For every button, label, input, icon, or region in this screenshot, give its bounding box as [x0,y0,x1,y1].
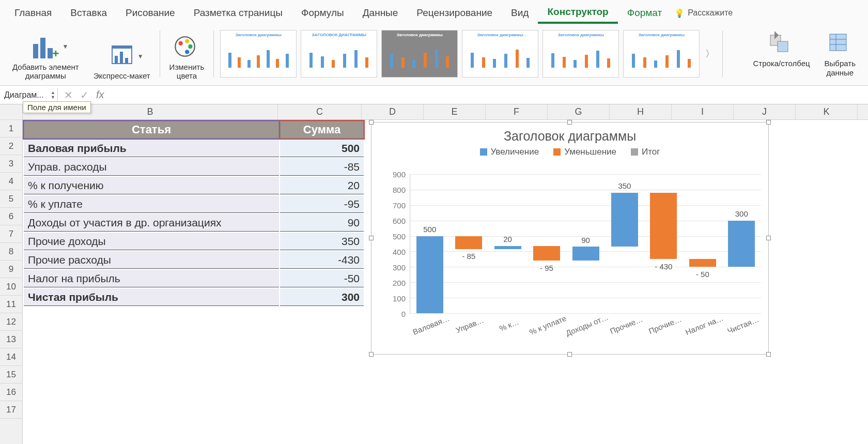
waterfall-bar[interactable] [611,193,638,247]
table-cell-label[interactable]: Налог на прибыль [24,270,279,287]
chart-legend[interactable]: Увеличение Уменьшение Итог [371,147,768,161]
tab-review[interactable]: Рецензирование [407,3,502,23]
select-data-button[interactable]: Выбрать данные [817,30,863,77]
switch-row-col-button[interactable]: Строка/столбец [746,30,817,68]
col-header[interactable]: K [796,104,858,119]
chart-style-1[interactable]: Заголовок диаграммы [220,30,297,78]
col-header[interactable]: I [672,104,734,119]
row-header[interactable]: 14 [0,348,22,366]
quick-layout-button[interactable]: ▼ Экспресс-макет [86,27,158,80]
name-box[interactable]: Диаграм... ▲▼ [0,88,58,102]
row-header[interactable]: 9 [0,261,22,278]
col-header[interactable]: G [548,104,610,119]
row-header[interactable]: 6 [0,208,22,225]
row-header[interactable]: 17 [0,401,22,419]
resize-handle[interactable] [369,120,374,125]
row-header[interactable]: 10 [0,278,22,296]
fx-button[interactable]: fx [96,89,104,101]
chart-style-2[interactable]: ЗАГОЛОВОК ДИАГРАММЫ [301,30,377,78]
tab-formulas[interactable]: Формулы [292,3,353,23]
table-cell-value[interactable]: -95 [280,195,364,213]
waterfall-bar[interactable] [572,247,599,261]
waterfall-bar[interactable] [416,236,443,313]
table-cell-label[interactable]: % к уплате [24,195,279,213]
resize-handle[interactable] [766,236,771,240]
waterfall-bar[interactable] [728,221,755,267]
row-header[interactable]: 13 [0,331,22,348]
accept-formula-button[interactable]: ✓ [80,89,89,101]
styles-more-button[interactable]: 〉 [704,38,716,69]
col-header[interactable]: C [278,104,362,119]
waterfall-bar[interactable] [455,236,482,249]
chart-style-5[interactable]: Заголовок диаграммы [542,30,619,78]
waterfall-bar[interactable] [650,193,677,259]
chart-style-4[interactable]: Заголовок диаграммы [462,30,538,78]
tab-view[interactable]: Вид [502,3,538,23]
table-cell-label[interactable]: Валовая прибыль [24,140,279,157]
resize-handle[interactable] [369,236,374,240]
table-cell-label[interactable]: % к получению [24,177,279,194]
waterfall-bar[interactable] [494,246,521,249]
table-cell-value[interactable]: 500 [280,140,364,157]
row-header[interactable]: 11 [0,296,22,313]
col-header[interactable]: E [424,104,486,119]
chart-style-3[interactable]: Заголовок диаграммы [381,30,458,78]
tell-me[interactable]: 💡 Расскажите [674,8,733,18]
row-header[interactable]: 1 [0,120,22,137]
col-header[interactable]: F [486,104,548,119]
table-cell-value[interactable]: 350 [280,233,364,250]
resize-handle[interactable] [766,352,771,357]
chart-object[interactable]: Заголовок диаграммы Увеличение Уменьшени… [371,122,769,355]
table-cell-label[interactable]: Прочие расходы [24,251,279,269]
row-header[interactable]: 3 [0,155,22,173]
table-header-value[interactable]: Сумма [280,121,364,139]
tab-draw[interactable]: Рисование [116,3,184,23]
grid[interactable]: B C D E F G H I J K Статья Сумма Валовая… [23,104,868,444]
tab-chart-design[interactable]: Конструктор [538,2,617,24]
row-header[interactable]: 4 [0,173,22,190]
waterfall-bar[interactable] [689,259,716,267]
data-label: - 85 [462,252,475,261]
waterfall-bar[interactable] [533,246,560,261]
chart-title[interactable]: Заголовок диаграммы [371,123,768,147]
resize-handle[interactable] [766,120,771,125]
table-cell-label[interactable]: Чистая прибыль [24,288,279,306]
cancel-formula-button[interactable]: ✕ [64,89,73,101]
col-header[interactable]: J [734,104,796,119]
select-all-corner[interactable] [0,104,22,120]
table-cell-label[interactable]: Прочие доходы [24,233,279,250]
col-header[interactable]: H [610,104,672,119]
row-header[interactable]: 7 [0,225,22,243]
row-header[interactable]: 5 [0,190,22,208]
tab-format[interactable]: Формат [618,3,672,23]
plot-area[interactable]: 500- 8520- 9590350- 430- 50300 [410,174,761,314]
row-header[interactable]: 12 [0,313,22,331]
tab-home[interactable]: Главная [5,3,61,23]
table-cell-value[interactable]: -50 [280,270,364,287]
row-header[interactable]: 2 [0,137,22,155]
tab-insert[interactable]: Вставка [61,3,116,23]
chart-style-6[interactable]: Заголовок диаграммы [623,30,700,78]
resize-handle[interactable] [369,352,374,357]
change-colors-button[interactable]: Изменить цвета [162,27,212,80]
table-cell-label[interactable]: Управ. расходы [24,158,279,176]
legend-swatch-increase [480,148,487,156]
table-header-label[interactable]: Статья [24,121,279,139]
row-header[interactable]: 8 [0,243,22,261]
resize-handle[interactable] [567,120,572,125]
add-chart-element-button[interactable]: +▼ Добавить элемент диаграммы [5,27,86,80]
row-header[interactable]: 16 [0,384,22,401]
col-header[interactable]: D [362,104,424,119]
table-cell-value[interactable]: 90 [280,214,364,232]
formula-input[interactable] [111,93,868,97]
table-cell-label[interactable]: Доходы от участия в др. организациях [24,214,279,232]
table-cell-value[interactable]: 20 [280,177,364,194]
table-cell-value[interactable]: -85 [280,158,364,176]
row-header[interactable]: 15 [0,366,22,384]
table-cell-value[interactable]: 300 [280,288,364,306]
table-cell-value[interactable]: -430 [280,251,364,269]
tab-data[interactable]: Данные [353,3,408,23]
tab-page-layout[interactable]: Разметка страницы [184,3,292,23]
name-box-spinner[interactable]: ▲▼ [51,90,55,100]
resize-handle[interactable] [567,352,572,357]
